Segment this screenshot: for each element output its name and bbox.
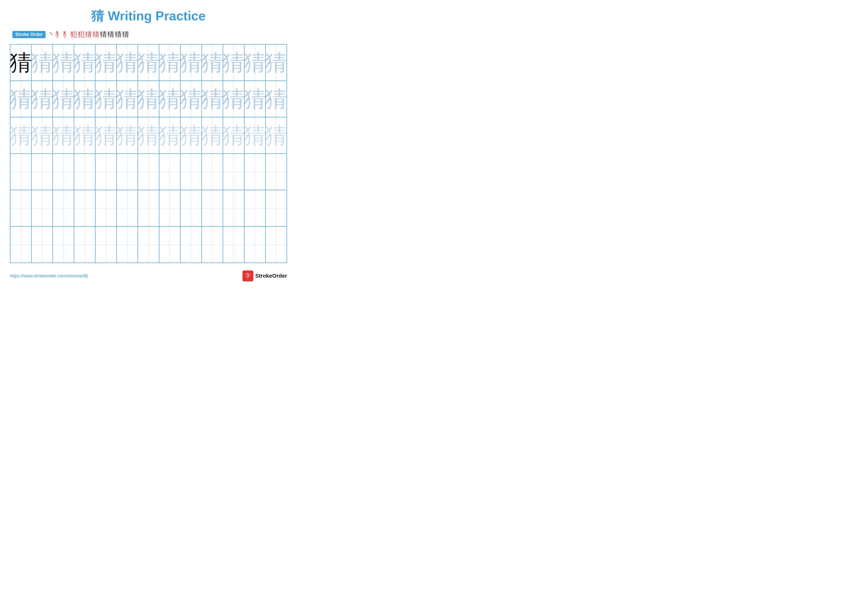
cell-1-6[interactable]: 猜 [117, 45, 138, 81]
cell-5-12[interactable] [245, 190, 266, 226]
cell-1-9[interactable]: 猜 [181, 45, 202, 81]
cell-6-4[interactable] [74, 227, 96, 263]
cell-3-10[interactable]: 猜 [202, 117, 223, 153]
cell-4-8[interactable] [160, 154, 181, 190]
cell-2-8[interactable]: 猜 [160, 81, 181, 117]
char-guide: 猜 [32, 124, 53, 147]
cell-4-13[interactable] [266, 154, 287, 190]
cell-1-1[interactable]: 猜 [10, 45, 32, 81]
cell-6-1[interactable] [10, 227, 32, 263]
cell-3-13[interactable]: 猜 [266, 117, 287, 153]
cell-3-8[interactable]: 猜 [160, 117, 181, 153]
cell-6-10[interactable] [202, 227, 223, 263]
cell-1-8[interactable]: 猜 [160, 45, 181, 81]
strokeorder-logo-text: StrokeOrder [255, 273, 287, 279]
cell-3-4[interactable]: 猜 [74, 117, 96, 153]
cell-1-2[interactable]: 猜 [32, 45, 53, 81]
cell-3-2[interactable]: 猜 [32, 117, 53, 153]
cell-1-3[interactable]: 猜 [53, 45, 74, 81]
cell-4-6[interactable] [117, 154, 138, 190]
cell-1-4[interactable]: 猜 [74, 45, 96, 81]
cell-2-1[interactable]: 猜 [10, 81, 32, 117]
cell-5-13[interactable] [266, 190, 287, 226]
cell-1-13[interactable]: 猜 [266, 45, 287, 81]
footer-logo: 字 StrokeOrder [242, 270, 287, 281]
cell-6-3[interactable] [53, 227, 74, 263]
cell-4-3[interactable] [53, 154, 74, 190]
cell-5-2[interactable] [32, 190, 53, 226]
char-guide: 猜 [74, 124, 96, 147]
char-guide: 猜 [32, 51, 53, 74]
cell-5-10[interactable] [202, 190, 223, 226]
cell-4-12[interactable] [245, 154, 266, 190]
char-guide: 猜 [117, 88, 138, 110]
char-guide: 猜 [245, 88, 266, 110]
stroke-11: 猜 [122, 30, 129, 39]
stroke-5: 犯 [78, 30, 85, 39]
cell-2-7[interactable]: 猜 [138, 81, 160, 117]
stroke-4: 犯 [70, 30, 77, 39]
cell-2-12[interactable]: 猜 [245, 81, 266, 117]
cell-2-6[interactable]: 猜 [117, 81, 138, 117]
cell-4-1[interactable] [10, 154, 32, 190]
cell-2-13[interactable]: 猜 [266, 81, 287, 117]
cell-5-7[interactable] [138, 190, 160, 226]
cell-3-6[interactable]: 猜 [117, 117, 138, 153]
cell-1-5[interactable]: 猜 [96, 45, 117, 81]
cell-5-3[interactable] [53, 190, 74, 226]
cell-3-1[interactable]: 猜 [10, 117, 32, 153]
cell-3-7[interactable]: 猜 [138, 117, 160, 153]
footer-url: https://www.strokeorder.com/chinese/猜 [10, 273, 88, 279]
cell-4-5[interactable] [96, 154, 117, 190]
cell-6-8[interactable] [160, 227, 181, 263]
cell-1-7[interactable]: 猜 [138, 45, 160, 81]
cell-3-3[interactable]: 猜 [53, 117, 74, 153]
char-guide: 猜 [53, 124, 74, 147]
cell-2-3[interactable]: 猜 [53, 81, 74, 117]
cell-6-9[interactable] [181, 227, 202, 263]
cell-6-6[interactable] [117, 227, 138, 263]
cell-5-1[interactable] [10, 190, 32, 226]
cell-1-10[interactable]: 猜 [202, 45, 223, 81]
grid-row-6 [10, 227, 287, 263]
cell-2-9[interactable]: 猜 [181, 81, 202, 117]
cell-5-5[interactable] [96, 190, 117, 226]
cell-6-5[interactable] [96, 227, 117, 263]
cell-3-9[interactable]: 猜 [181, 117, 202, 153]
char-guide: 猜 [96, 88, 117, 110]
cell-6-12[interactable] [245, 227, 266, 263]
cell-4-10[interactable] [202, 154, 223, 190]
grid-row-3: 猜 猜 猜 猜 猜 猜 猜 猜 猜 猜 猜 猜 [10, 117, 287, 154]
cell-5-6[interactable] [117, 190, 138, 226]
cell-3-11[interactable]: 猜 [223, 117, 245, 153]
cell-4-2[interactable] [32, 154, 53, 190]
cell-3-5[interactable]: 猜 [96, 117, 117, 153]
cell-5-11[interactable] [223, 190, 245, 226]
stroke-order-badge: Stroke Order [12, 31, 45, 38]
cell-2-2[interactable]: 猜 [32, 81, 53, 117]
cell-4-7[interactable] [138, 154, 160, 190]
cell-2-4[interactable]: 猜 [74, 81, 96, 117]
cell-5-9[interactable] [181, 190, 202, 226]
cell-2-11[interactable]: 猜 [223, 81, 245, 117]
cell-6-7[interactable] [138, 227, 160, 263]
cell-2-5[interactable]: 猜 [96, 81, 117, 117]
cell-1-12[interactable]: 猜 [245, 45, 266, 81]
char-guide: 猜 [53, 51, 74, 74]
cell-6-11[interactable] [223, 227, 245, 263]
cell-6-13[interactable] [266, 227, 287, 263]
char-guide: 猜 [223, 51, 245, 74]
cell-4-9[interactable] [181, 154, 202, 190]
stroke-7: 猜 [93, 30, 99, 39]
cell-5-4[interactable] [74, 190, 96, 226]
char-guide: 猜 [245, 124, 266, 147]
cell-6-2[interactable] [32, 227, 53, 263]
cell-4-11[interactable] [223, 154, 245, 190]
cell-5-8[interactable] [160, 190, 181, 226]
cell-3-12[interactable]: 猜 [245, 117, 266, 153]
cell-2-10[interactable]: 猜 [202, 81, 223, 117]
cell-4-4[interactable] [74, 154, 96, 190]
strokeorder-logo-icon: 字 [242, 270, 253, 281]
stroke-10: 猜 [115, 30, 122, 39]
cell-1-11[interactable]: 猜 [223, 45, 245, 81]
